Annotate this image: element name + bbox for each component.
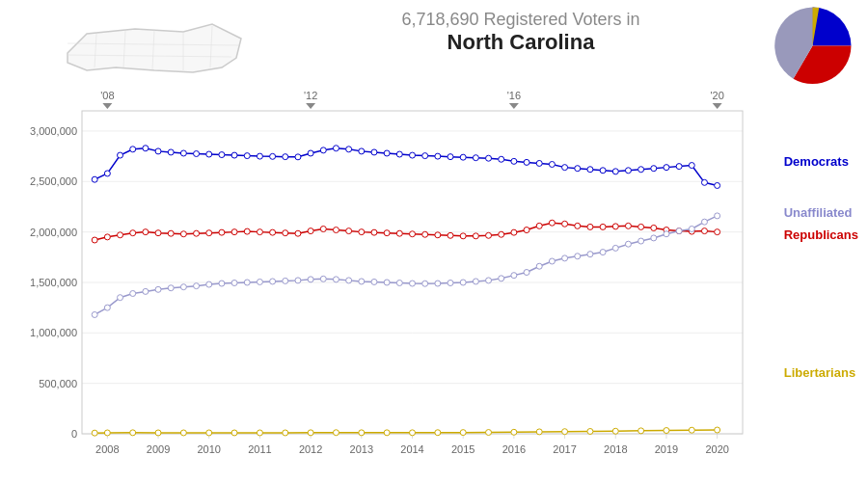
main-chart bbox=[0, 0, 868, 482]
legend-republicans: Republicans bbox=[784, 228, 858, 242]
legend-unaffiliated: Unaffiliated bbox=[784, 205, 858, 220]
chart-container: 6,718,690 Registered Voters in North Car… bbox=[0, 0, 868, 482]
legend-democrats: Democrats bbox=[784, 154, 858, 169]
chart-legend: Democrats Unaffiliated Republicans Liber… bbox=[784, 154, 858, 380]
legend-libertarians: Libertarians bbox=[784, 365, 858, 380]
